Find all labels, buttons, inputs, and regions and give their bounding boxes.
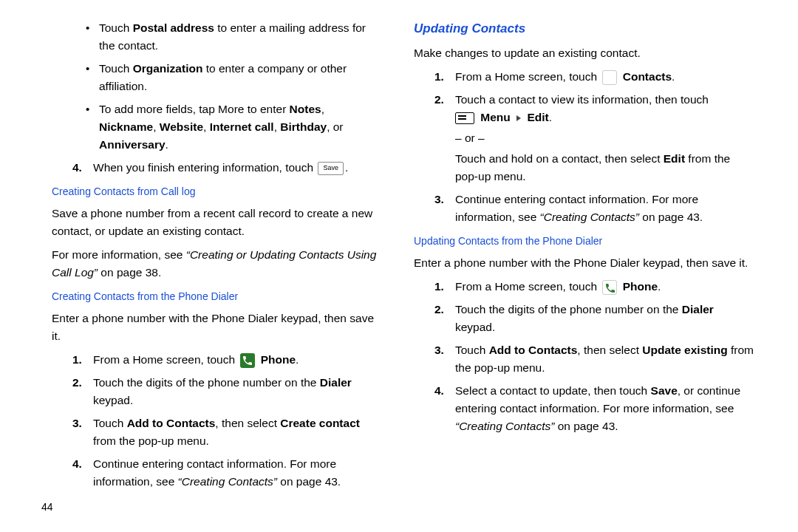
bold-nickname: Nickname bbox=[99, 120, 153, 133]
bold-postal: Postal address bbox=[133, 21, 214, 34]
text: Touch bbox=[99, 21, 133, 34]
manual-page: Touch Postal address to enter a mailing … bbox=[0, 0, 798, 532]
field-options-list: Touch Postal address to enter a mailing … bbox=[52, 19, 381, 154]
bold-internet-call: Internet call bbox=[210, 120, 274, 133]
arrow-icon bbox=[516, 115, 521, 121]
text: Touch bbox=[99, 62, 133, 75]
heading-updating-contacts: Updating Contacts bbox=[414, 19, 755, 38]
step-number: 2. bbox=[72, 374, 82, 392]
dialer-update-step-1: 1. From a Home screen, touch Phone. bbox=[434, 278, 755, 296]
cross-ref: “Creating Contacts” bbox=[540, 211, 639, 223]
bullet-postal-address: Touch Postal address to enter a mailing … bbox=[86, 19, 381, 55]
dialer-step-3: 3. Touch Add to Contacts, then select Cr… bbox=[72, 415, 381, 450]
step-number: 4. bbox=[72, 159, 82, 177]
bullet-organization: Touch Organization to enter a company or… bbox=[86, 60, 381, 95]
step-number: 3. bbox=[72, 415, 82, 432]
dialer-update-step-3: 3. Touch Add to Contacts, then select Up… bbox=[434, 341, 755, 377]
left-column: Touch Postal address to enter a mailing … bbox=[30, 19, 399, 517]
bold-organization: Organization bbox=[133, 62, 203, 75]
call-log-intro: Save a phone number from a recent call r… bbox=[52, 205, 381, 240]
step-number: 1. bbox=[434, 278, 444, 296]
text: To add more fields, tap More to enter bbox=[99, 103, 290, 115]
bold-notes: Notes bbox=[290, 103, 321, 115]
dialer-step-4: 4. Continue entering contact information… bbox=[72, 455, 381, 491]
bold-add-to-contacts: Add to Contacts bbox=[127, 417, 216, 429]
bold-phone: Phone bbox=[261, 353, 296, 366]
bold-create-contact: Create contact bbox=[280, 417, 360, 429]
bold-dialer: Dialer bbox=[682, 303, 714, 316]
dialer-step-2: 2. Touch the digits of the phone number … bbox=[72, 374, 381, 409]
update-step-1: 1. From a Home screen, touch Contacts. bbox=[434, 68, 755, 86]
bold-contacts: Contacts bbox=[623, 70, 672, 83]
bold-menu: Menu bbox=[480, 111, 510, 123]
step-number: 2. bbox=[434, 91, 444, 109]
phone-icon bbox=[602, 280, 617, 295]
step-number: 4. bbox=[72, 455, 82, 473]
step-number: 3. bbox=[434, 191, 444, 208]
bullet-more-fields: To add more fields, tap More to enter No… bbox=[86, 100, 381, 154]
cross-ref: “Creating Contacts” bbox=[178, 475, 277, 488]
step-4-finish: 4. When you finish entering information,… bbox=[72, 159, 381, 177]
bold-anniversary: Anniversary bbox=[99, 138, 166, 151]
bold-website: Website bbox=[160, 120, 203, 133]
right-column: Updating Contacts Make changes to update… bbox=[399, 19, 768, 517]
dialer-update-step-2: 2. Touch the digits of the phone number … bbox=[434, 301, 755, 336]
step-number: 1. bbox=[72, 351, 82, 369]
bold-update-existing: Update existing bbox=[642, 344, 727, 356]
step-number: 3. bbox=[434, 341, 444, 359]
bold-add-to-contacts: Add to Contacts bbox=[489, 344, 578, 356]
step-number: 1. bbox=[434, 68, 444, 86]
or-separator: – or – bbox=[455, 129, 755, 147]
update-step-2: 2. Touch a contact to view its informati… bbox=[434, 91, 755, 185]
text: When you finish entering information, to… bbox=[93, 161, 313, 174]
bold-dialer: Dialer bbox=[320, 376, 352, 389]
update-step-3: 3. Continue entering contact information… bbox=[434, 191, 755, 226]
dialer-create-intro: Enter a phone number with the Phone Dial… bbox=[52, 310, 381, 345]
updating-intro: Make changes to update an existing conta… bbox=[414, 44, 755, 62]
dialer-update-step-4: 4. Select a contact to update, then touc… bbox=[434, 382, 755, 435]
menu-icon bbox=[455, 112, 474, 124]
bold-birthday: Birthday bbox=[280, 120, 327, 133]
page-number: 44 bbox=[41, 499, 53, 516]
dialer-update-intro: Enter a phone number with the Phone Dial… bbox=[414, 254, 755, 272]
contacts-icon bbox=[602, 70, 617, 85]
step-number: 2. bbox=[434, 301, 444, 318]
bold-edit: Edit bbox=[664, 152, 685, 165]
subheading-phone-dialer-update: Updating Contacts from the Phone Dialer bbox=[414, 233, 755, 250]
step-number: 4. bbox=[434, 382, 444, 400]
phone-icon bbox=[240, 353, 255, 368]
subheading-phone-dialer-create: Creating Contacts from the Phone Dialer bbox=[52, 289, 381, 305]
subheading-call-log: Creating Contacts from Call log bbox=[52, 184, 381, 200]
save-button-graphic: Save bbox=[318, 162, 344, 175]
call-log-ref: For more information, see “Creating or U… bbox=[52, 246, 381, 282]
bold-save: Save bbox=[651, 384, 678, 397]
bold-edit: Edit bbox=[527, 111, 548, 123]
bold-phone: Phone bbox=[623, 280, 658, 293]
dialer-step-1: 1. From a Home screen, touch Phone. bbox=[72, 351, 381, 369]
cross-ref: “Creating Contacts” bbox=[455, 420, 554, 432]
